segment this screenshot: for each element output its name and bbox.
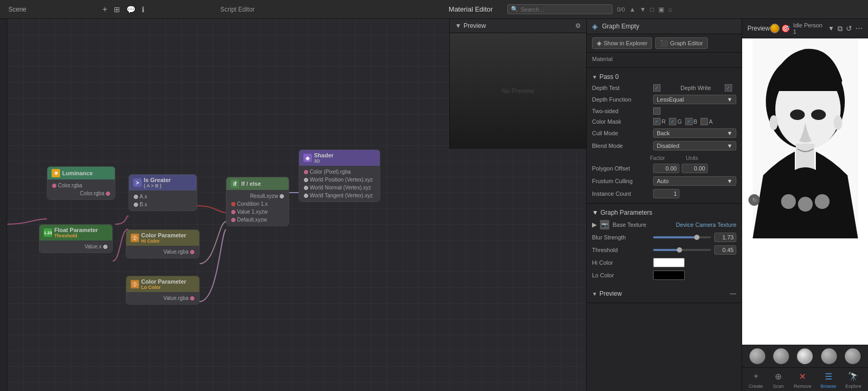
preview-section-header[interactable]: ▼ Preview — bbox=[592, 288, 736, 299]
color-hi-icon: 🎨 bbox=[131, 234, 139, 242]
color-mask-r-checkbox[interactable] bbox=[653, 118, 660, 125]
material-editor-label: Material Editor bbox=[445, 5, 497, 13]
home-icon[interactable]: ⌂ bbox=[668, 6, 672, 13]
scene-strip bbox=[0, 19, 7, 391]
script-editor-panel-label: Script Editor bbox=[216, 0, 259, 19]
refresh-icon[interactable]: ↺ bbox=[846, 24, 852, 33]
base-texture-icon: 📷 bbox=[600, 220, 609, 229]
preview-panel-title: Preview bbox=[747, 25, 770, 32]
explore-btn[interactable]: 🔭 Explore bbox=[845, 370, 862, 389]
ifelse-result-port: Result.xyzw bbox=[230, 192, 285, 200]
color-mask-b-checkbox[interactable] bbox=[685, 118, 693, 125]
instance-count-input[interactable] bbox=[653, 189, 679, 198]
base-texture-expand-icon[interactable]: ▶ bbox=[592, 221, 597, 228]
color-mask-b-label: B bbox=[694, 118, 697, 125]
lo-color-swatch[interactable] bbox=[653, 270, 685, 280]
blur-strength-slider[interactable] bbox=[653, 236, 711, 238]
is-greater-title: Is Greater bbox=[144, 177, 171, 183]
base-texture-value: Device Camera Texture bbox=[649, 222, 736, 228]
ifelse-default-port: Default.xyzw bbox=[230, 216, 285, 224]
sphere-4[interactable] bbox=[821, 348, 837, 364]
cull-mode-dropdown[interactable]: Back ▼ bbox=[653, 128, 736, 138]
prev-page-icon[interactable]: ▲ bbox=[629, 6, 636, 13]
remove-btn[interactable]: ✕ Remove bbox=[794, 370, 812, 389]
graph-params-header[interactable]: ▼ Graph Parameters bbox=[592, 207, 736, 218]
pass0-header[interactable]: ▼ Pass 0 bbox=[592, 71, 736, 83]
if-else-title: If / else bbox=[241, 181, 261, 187]
shader-subtitle: 3D bbox=[314, 158, 333, 164]
color-mask-g-checkbox[interactable] bbox=[669, 118, 676, 125]
threshold-slider[interactable] bbox=[653, 249, 711, 251]
color-lo-icon: 🎨 bbox=[131, 280, 139, 288]
shader-node: ◈ Shader 3D Color (Pixel).rgba World Pos… bbox=[299, 149, 380, 202]
add-icon[interactable]: + bbox=[102, 5, 107, 14]
more-options-icon[interactable]: ⋯ bbox=[855, 24, 863, 33]
sphere-2[interactable] bbox=[773, 348, 789, 364]
polygon-offset-units-input[interactable] bbox=[682, 164, 708, 173]
create-btn[interactable]: + Create bbox=[749, 370, 763, 389]
blur-strength-label: Blur Strength bbox=[592, 234, 650, 240]
preview-3d-area[interactable]: + ◎ − ↻ bbox=[742, 38, 868, 345]
is-greater-node: > Is Greater ( A > B ) A.x B.x bbox=[129, 174, 197, 211]
frustum-culling-dropdown[interactable]: Auto ▼ bbox=[653, 176, 736, 186]
factor-label: Factor bbox=[650, 155, 665, 161]
hi-color-label: Hi Color bbox=[592, 259, 650, 266]
shader-title: Shader bbox=[314, 152, 333, 158]
polygon-offset-factor-input[interactable] bbox=[653, 164, 679, 173]
isgreater-a-port: A.x bbox=[132, 193, 193, 200]
copy-icon[interactable]: ⧉ bbox=[837, 24, 843, 33]
search-input[interactable] bbox=[520, 6, 609, 13]
luminance-out-port: Color.rgba bbox=[51, 189, 112, 197]
two-sided-label: Two-sided bbox=[592, 108, 650, 114]
svg-rect-3 bbox=[796, 144, 814, 170]
browse-btn[interactable]: ☰ Browse bbox=[821, 370, 836, 389]
search-bar[interactable]: 🔍 bbox=[507, 4, 613, 14]
idle-person-dropdown[interactable]: ▼ bbox=[828, 25, 834, 32]
target-icon[interactable]: 🎯 bbox=[781, 24, 790, 33]
preview-content-area: No Preview bbox=[450, 33, 586, 149]
preview-section-expand[interactable]: — bbox=[730, 290, 736, 297]
blur-strength-input[interactable] bbox=[714, 233, 736, 242]
greater-icon: > bbox=[133, 178, 142, 187]
shader-worldpos-port: World Position (Vertex).xyz bbox=[302, 176, 377, 184]
preview-collapse-icon[interactable]: ▼ bbox=[455, 22, 461, 29]
sphere-1[interactable] bbox=[749, 348, 765, 364]
cull-mode-label: Cull Mode bbox=[592, 130, 650, 136]
depth-write-checkbox[interactable] bbox=[725, 84, 732, 92]
svg-point-4 bbox=[781, 194, 796, 209]
grid-icon[interactable]: ⊞ bbox=[114, 5, 120, 14]
depth-test-label: Depth Test bbox=[592, 85, 650, 91]
ifelse-icon: if bbox=[231, 179, 239, 188]
depth-test-checkbox[interactable] bbox=[653, 84, 660, 92]
depth-function-dropdown[interactable]: LessEqual ▼ bbox=[653, 95, 736, 104]
threshold-input[interactable] bbox=[714, 245, 736, 255]
blend-mode-dropdown[interactable]: Disabled ▼ bbox=[653, 141, 736, 151]
color-mask-a-checkbox[interactable] bbox=[701, 118, 708, 125]
scan-btn[interactable]: ⊕ Scan bbox=[772, 370, 785, 389]
color-hi-title: Color Parameter bbox=[141, 232, 186, 238]
graph-editor-icon: ⬛ bbox=[660, 39, 668, 47]
sphere-5[interactable] bbox=[845, 348, 861, 364]
two-sided-checkbox[interactable] bbox=[653, 107, 660, 115]
layout-icon-1[interactable]: □ bbox=[650, 6, 654, 13]
material-editor-canvas: ☀ Luminance Color.rgba Color.rgba bbox=[7, 19, 586, 391]
preview-title: Preview bbox=[463, 22, 486, 29]
chat-icon[interactable]: 💬 bbox=[126, 5, 135, 14]
preview-gear-icon[interactable]: ⚙ bbox=[575, 22, 581, 29]
graph-editor-button[interactable]: ⬛ Graph Editor bbox=[655, 37, 707, 49]
help-icon[interactable]: ℹ bbox=[142, 5, 144, 14]
layout-icon-2[interactable]: ▣ bbox=[658, 6, 664, 13]
blend-mode-label: Blend Mode bbox=[592, 143, 650, 149]
luminance-color-port: Color.rgba bbox=[51, 182, 112, 189]
luminance-title: Luminance bbox=[62, 170, 93, 176]
hi-color-swatch[interactable] bbox=[653, 258, 685, 267]
search-icon: 🔍 bbox=[511, 6, 518, 13]
sun-icon bbox=[770, 24, 780, 33]
inspector-panel: ◈ Graph Empty ◈ Show in Explorer ⬛ Graph… bbox=[586, 19, 742, 391]
color-lo-node: 🎨 Color Parameter Lo Color Value.rgba bbox=[126, 276, 200, 305]
show-explorer-button[interactable]: ◈ Show in Explorer bbox=[592, 37, 652, 49]
sphere-3[interactable] bbox=[797, 348, 813, 364]
rotate-btn[interactable]: ↻ bbox=[748, 194, 760, 206]
page-indicator: 0/0 bbox=[617, 6, 625, 13]
next-page-icon[interactable]: ▼ bbox=[640, 6, 646, 13]
